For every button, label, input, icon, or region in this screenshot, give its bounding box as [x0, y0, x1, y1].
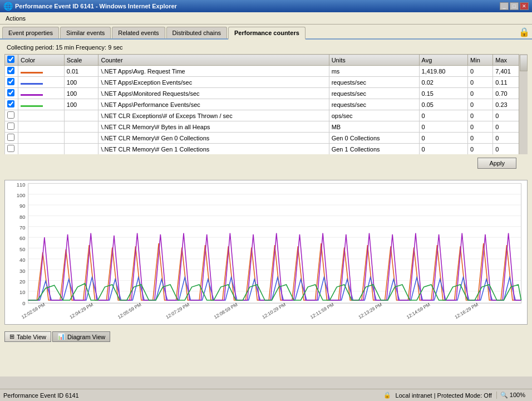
main-content: Event properties Similar events Related …: [0, 25, 532, 376]
table-row: 100\.NET Apps\Performance Events/secrequ…: [5, 99, 528, 110]
row-checkbox-2[interactable]: [7, 89, 14, 96]
counter-table: Color Scale Counter Units Avg Min Max 0.…: [4, 54, 528, 154]
min-cell: 0: [468, 66, 493, 77]
counter-cell: \.NET Apps\Exception Events/sec: [98, 77, 329, 88]
scrollbar-thumb[interactable]: [520, 55, 528, 71]
scale-cell: 100: [64, 88, 98, 99]
min-cell: 0: [468, 144, 493, 155]
svg-text:90: 90: [19, 203, 25, 209]
avg-cell: 0: [419, 144, 468, 155]
min-cell: 0: [468, 99, 493, 110]
avg-cell: 0.05: [419, 99, 468, 110]
apply-button[interactable]: Apply: [477, 158, 516, 169]
counter-cell: \.NET CLR Memory\# Bytes in all Heaps: [98, 121, 329, 133]
svg-rect-0: [28, 183, 521, 303]
tab-distributed-chains[interactable]: Distributed chains: [166, 27, 227, 38]
col-color: Color: [18, 55, 65, 66]
view-buttons: ⊞ Table View 📊 Diagram View: [0, 329, 532, 344]
color-swatch: [21, 94, 43, 96]
row-checkbox-3[interactable]: [7, 100, 14, 107]
select-all-checkbox[interactable]: [7, 56, 14, 63]
minimize-button[interactable]: _: [500, 2, 509, 10]
row-checkbox-7[interactable]: [7, 145, 14, 152]
svg-text:50: 50: [19, 246, 25, 252]
color-swatch: [21, 83, 43, 85]
svg-text:12:14:59 PM: 12:14:59 PM: [406, 301, 431, 320]
scale-cell: 100: [64, 99, 98, 110]
tab-similar-events[interactable]: Similar events: [60, 27, 111, 38]
avg-cell: 0.02: [419, 77, 468, 88]
units-cell: Gen 0 Collections: [329, 133, 419, 144]
min-cell: 0: [468, 121, 493, 133]
title-bar-controls[interactable]: _ □ ✕: [500, 2, 529, 10]
scale-cell: [64, 144, 98, 155]
svg-text:110: 110: [17, 182, 26, 188]
units-cell: Gen 1 Collections: [329, 144, 419, 155]
color-swatch: [21, 105, 43, 107]
svg-text:12:16:29 PM: 12:16:29 PM: [454, 301, 479, 320]
counter-cell: \.NET CLR Exceptions\# of Exceps Thrown …: [98, 110, 329, 121]
row-checkbox-0[interactable]: [7, 67, 14, 74]
svg-text:12:13:29 PM: 12:13:29 PM: [357, 301, 383, 320]
tab-related-events[interactable]: Related events: [112, 27, 165, 38]
svg-text:20: 20: [19, 278, 25, 285]
table-row: \.NET CLR Exceptions\# of Exceps Thrown …: [5, 110, 528, 121]
diagram-view-button[interactable]: 📊 Diagram View: [52, 331, 110, 342]
units-cell: requests/sec: [329, 88, 419, 99]
svg-text:12:05:59 PM: 12:05:59 PM: [117, 301, 142, 320]
table-row: 100\.NET Apps\Exception Events/secreques…: [5, 77, 528, 88]
avg-cell: 0.15: [419, 88, 468, 99]
performance-chart: 0 10 20 30 40 50 60 70 80 90 100 110 12:…: [5, 180, 527, 324]
apply-area: Apply: [4, 154, 528, 171]
svg-text:12:04:29 PM: 12:04:29 PM: [68, 301, 94, 320]
svg-text:12:08:59 PM: 12:08:59 PM: [213, 301, 239, 320]
content-panel: Collecting period: 15 min Frequency: 9 s…: [0, 40, 532, 175]
table-scrollbar[interactable]: [519, 54, 528, 154]
security-icon: 🔒: [519, 27, 530, 38]
close-button[interactable]: ✕: [520, 2, 529, 10]
avg-cell: 0: [419, 110, 468, 121]
actions-menu[interactable]: Actions: [2, 14, 29, 23]
min-cell: 0: [468, 133, 493, 144]
col-min: Min: [468, 55, 493, 66]
table-row: 0.01\.NET Apps\Avg. Request Timems1,419.…: [5, 66, 528, 77]
col-check: [5, 55, 18, 66]
diagram-view-label: Diagram View: [67, 334, 105, 340]
chart-icon: 📊: [57, 333, 65, 340]
min-cell: 0: [468, 110, 493, 121]
counter-cell: \.NET CLR Memory\# Gen 1 Collections: [98, 144, 329, 155]
row-checkbox-6[interactable]: [7, 134, 14, 141]
table-row: \.NET CLR Memory\# Gen 1 CollectionsGen …: [5, 144, 528, 155]
row-checkbox-1[interactable]: [7, 78, 14, 85]
collecting-period: Collecting period: 15 min Frequency: 9 s…: [4, 44, 528, 51]
window-title: Performance Event ID 6141 - Windows Inte…: [15, 3, 177, 9]
maximize-button[interactable]: □: [510, 2, 519, 10]
svg-text:30: 30: [19, 267, 25, 273]
avg-cell: 1,419.80: [419, 66, 468, 77]
scale-cell: 100: [64, 77, 98, 88]
row-checkbox-5[interactable]: [7, 123, 14, 130]
col-counter: Counter: [98, 55, 329, 66]
min-cell: 0: [468, 88, 493, 99]
tab-strip: Event properties Similar events Related …: [0, 25, 532, 40]
table-row: \.NET CLR Memory\# Bytes in all HeapsMB0…: [5, 121, 528, 133]
tab-event-properties[interactable]: Event properties: [2, 27, 59, 38]
tab-performance-counters[interactable]: Performance counters: [228, 27, 306, 40]
ie-icon: 🌐: [3, 2, 13, 11]
counter-cell: \.NET CLR Memory\# Gen 0 Collections: [98, 133, 329, 144]
row-checkbox-4[interactable]: [7, 111, 14, 119]
table-row: 100\.NET Apps\Monitored Requests/secrequ…: [5, 88, 528, 99]
avg-cell: 0: [419, 133, 468, 144]
col-scale: Scale: [64, 55, 98, 66]
table-view-button[interactable]: ⊞ Table View: [4, 331, 51, 342]
scale-cell: [64, 121, 98, 133]
svg-text:70: 70: [19, 224, 25, 231]
counter-cell: \.NET Apps\Avg. Request Time: [98, 66, 329, 77]
title-bar: 🌐 Performance Event ID 6141 - Windows In…: [0, 0, 532, 12]
min-cell: 0: [468, 77, 493, 88]
counter-cell: \.NET Apps\Monitored Requests/sec: [98, 88, 329, 99]
color-swatch: [21, 72, 43, 74]
svg-text:10: 10: [19, 289, 25, 295]
svg-text:40: 40: [19, 257, 25, 263]
svg-text:12:07:29 PM: 12:07:29 PM: [165, 301, 190, 320]
